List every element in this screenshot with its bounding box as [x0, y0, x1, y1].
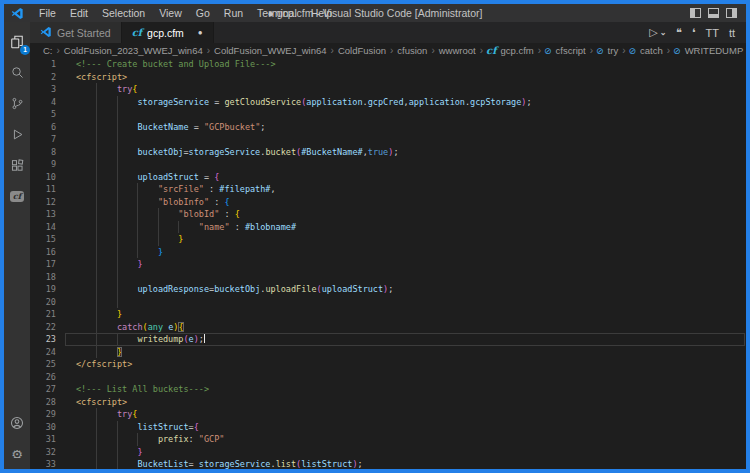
code-line-content[interactable]: uploadResponse=bucketObj.uploadFile(uplo…: [76, 283, 746, 296]
line-number[interactable]: 7: [30, 133, 76, 146]
manage-icon[interactable]: ⚙: [4, 438, 30, 469]
line-number[interactable]: 24: [30, 346, 76, 359]
code-line[interactable]: 30listStruct={: [30, 421, 746, 434]
tab-get-started[interactable]: Get Started: [30, 22, 122, 43]
line-number[interactable]: 23: [30, 333, 76, 346]
code-line-content[interactable]: BucketList= storageService.list(listStru…: [76, 458, 746, 469]
code-line-content[interactable]: storageService = getCloudService(applica…: [76, 96, 746, 109]
menu-edit[interactable]: Edit: [63, 7, 95, 19]
code-line-content[interactable]: "blobInfo" : {: [76, 196, 746, 209]
code-line-content[interactable]: "name" : #blobname#: [76, 221, 746, 234]
code-line-content[interactable]: [76, 371, 746, 384]
breadcrumb-item-wwwroot[interactable]: wwwroot: [438, 45, 477, 56]
run-and-debug-icon[interactable]: [4, 119, 30, 150]
code-line-content[interactable]: <cfscript>: [76, 71, 746, 84]
code-line[interactable]: 2<cfscript>: [30, 71, 746, 84]
line-number[interactable]: 17: [30, 258, 76, 271]
line-number[interactable]: 18: [30, 271, 76, 284]
code-line-content[interactable]: prefix: "GCP": [76, 433, 746, 446]
code-line-content[interactable]: listStruct={: [76, 421, 746, 434]
line-number[interactable]: 19: [30, 283, 76, 296]
breadcrumb-item-gcp-cfm[interactable]: cfgcp.cfm: [486, 45, 535, 56]
code-line[interactable]: 27<!--- List All buckets--->: [30, 383, 746, 396]
code-line[interactable]: 7: [30, 133, 746, 146]
code-line[interactable]: 19uploadResponse=bucketObj.uploadFile(up…: [30, 283, 746, 296]
code-line[interactable]: 15}: [30, 233, 746, 246]
code-line-content[interactable]: <cfscript>: [76, 396, 746, 409]
code-line[interactable]: 13"blobId" : {: [30, 208, 746, 221]
line-number[interactable]: 5: [30, 108, 76, 121]
code-line-content[interactable]: }: [76, 346, 746, 359]
code-line[interactable]: 5: [30, 108, 746, 121]
toggle-panel-icon[interactable]: [708, 8, 719, 18]
code-line-content[interactable]: <!--- List All buckets--->: [76, 383, 746, 396]
code-line-content[interactable]: </cfscript>: [76, 358, 746, 371]
menu-help[interactable]: Help: [304, 7, 340, 19]
line-number[interactable]: 25: [30, 358, 76, 371]
line-number[interactable]: 11: [30, 183, 76, 196]
line-number[interactable]: 4: [30, 96, 76, 109]
line-number[interactable]: 33: [30, 458, 76, 469]
source-control-icon[interactable]: [4, 88, 30, 119]
line-number[interactable]: 16: [30, 246, 76, 259]
line-number[interactable]: 26: [30, 371, 76, 384]
breadcrumb-item-coldfusion[interactable]: ColdFusion: [337, 45, 387, 56]
search-icon[interactable]: [4, 57, 30, 88]
modified-dot-icon[interactable]: ●: [198, 28, 203, 37]
code-line-content[interactable]: "srcFile" : #filepath#,: [76, 183, 746, 196]
breadcrumb-item-coldfusion-wwej-win64[interactable]: ColdFusion_WWEJ_win64: [213, 45, 327, 56]
code-line-content[interactable]: [76, 296, 746, 309]
menu-view[interactable]: View: [152, 7, 189, 19]
code-line[interactable]: 8bucketObj=storageService.bucket(#Bucket…: [30, 146, 746, 159]
code-line[interactable]: 20: [30, 296, 746, 309]
code-line-content[interactable]: <!--- Create bucket and Upload File--->: [76, 58, 746, 71]
breadcrumb-item-try[interactable]: ⊘try: [596, 45, 619, 56]
breadcrumb-item-cfusion[interactable]: cfusion: [396, 45, 428, 56]
line-number[interactable]: 15: [30, 233, 76, 246]
code-line[interactable]: 14"name" : #blobname#: [30, 221, 746, 234]
line-number[interactable]: 2: [30, 71, 76, 84]
line-number[interactable]: 30: [30, 421, 76, 434]
code-line[interactable]: 31prefix: "GCP": [30, 433, 746, 446]
code-line-content[interactable]: }: [76, 246, 746, 259]
line-number[interactable]: 3: [30, 83, 76, 96]
code-line-content[interactable]: [76, 108, 746, 121]
code-line-content[interactable]: try{: [76, 83, 746, 96]
code-line-content[interactable]: "blobId" : {: [76, 208, 746, 221]
lowercase-button[interactable]: tt: [729, 27, 735, 39]
run-or-debug-button[interactable]: ▷⌄: [649, 26, 666, 39]
code-line[interactable]: 3try{: [30, 83, 746, 96]
line-number[interactable]: 31: [30, 433, 76, 446]
code-line-content[interactable]: uploadStruct = {: [76, 171, 746, 184]
code-line-content[interactable]: try{: [76, 408, 746, 421]
breadcrumb-item-c-[interactable]: C:: [42, 45, 54, 56]
code-line[interactable]: 9: [30, 158, 746, 171]
toggle-secondary-sidebar-icon[interactable]: [726, 8, 737, 18]
line-number[interactable]: 9: [30, 158, 76, 171]
line-number[interactable]: 27: [30, 383, 76, 396]
code-editor[interactable]: 1<!--- Create bucket and Upload File--->…: [30, 58, 746, 469]
code-line[interactable]: 25</cfscript>: [30, 358, 746, 371]
code-line[interactable]: 26: [30, 371, 746, 384]
code-line[interactable]: 28<cfscript>: [30, 396, 746, 409]
line-number[interactable]: 20: [30, 296, 76, 309]
code-line-content[interactable]: bucketObj=storageService.bucket(#BucketN…: [76, 146, 746, 159]
menu-selection[interactable]: Selection: [95, 7, 152, 19]
breadcrumb-item-catch[interactable]: ⊘catch: [628, 45, 663, 56]
breadcrumb-item-cfscript[interactable]: ⊘cfscript: [544, 45, 587, 56]
code-line[interactable]: 29try{: [30, 408, 746, 421]
line-number[interactable]: 32: [30, 446, 76, 459]
coldfusion-icon[interactable]: cf: [4, 181, 30, 212]
explorer-icon[interactable]: 1: [4, 26, 30, 57]
code-line-content[interactable]: }: [76, 233, 746, 246]
code-line[interactable]: 24}: [30, 346, 746, 359]
code-line[interactable]: 18: [30, 271, 746, 284]
code-line[interactable]: 10uploadStruct = {: [30, 171, 746, 184]
code-line[interactable]: 32}: [30, 446, 746, 459]
code-line-content[interactable]: catch(any e){: [76, 321, 746, 334]
code-line[interactable]: 33BucketList= storageService.list(listSt…: [30, 458, 746, 469]
code-line[interactable]: 23writedump(e);: [30, 333, 746, 346]
line-number[interactable]: 14: [30, 221, 76, 234]
line-number[interactable]: 1: [30, 58, 76, 71]
code-line-content[interactable]: }: [76, 446, 746, 459]
